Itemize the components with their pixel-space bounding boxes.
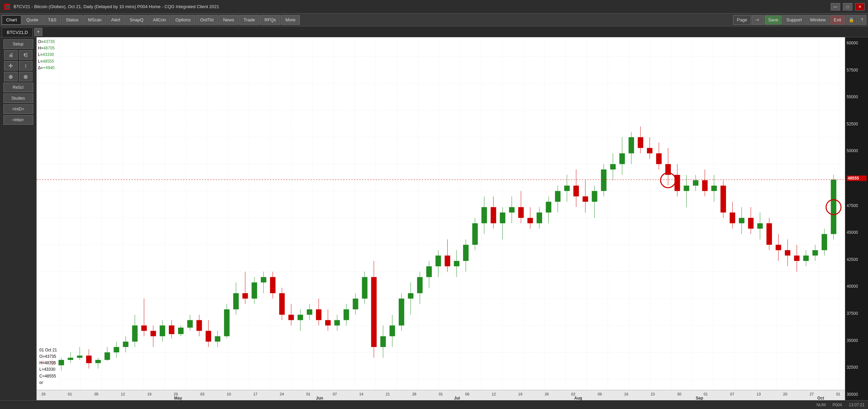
menu-support[interactable]: Support <box>783 15 806 25</box>
date-value: 01 Oct 21 <box>39 348 57 352</box>
low2-value: 48555 <box>43 59 54 64</box>
high-value-b: 48705 <box>45 361 56 365</box>
price-40000: 40000 <box>847 284 867 289</box>
title-text: BTCV21 - Bitcoin (Globex), Oct 21, Daily… <box>14 4 831 9</box>
arrow-button[interactable]: ↕ <box>19 61 33 70</box>
chart-area[interactable]: O=43735 H=48705 L=43330 L=48555 Δ=+4940 … <box>37 37 845 400</box>
or-text: or <box>39 380 43 385</box>
price-chart <box>37 37 845 400</box>
rescl-button[interactable]: ReScl <box>3 83 33 92</box>
menu-right: Page -+ Save Support Window Exit 🔒 ? <box>733 15 866 25</box>
menu-mscan[interactable]: MScan <box>83 15 106 25</box>
low-value: 43330 <box>43 52 54 57</box>
menu-bar: Chart Quote T&S Status MScan Alert SnapQ… <box>0 14 868 26</box>
price-50000: 50000 <box>847 148 867 153</box>
intd-button[interactable]: <IntD> <box>3 104 33 114</box>
price-32500: 32500 <box>847 365 867 370</box>
menu-snapq[interactable]: SnapQ <box>125 15 148 25</box>
menu-chart[interactable]: Chart <box>2 15 21 25</box>
menu-save[interactable]: Save <box>765 15 782 25</box>
price-52500: 52500 <box>847 122 867 126</box>
crosshair-button[interactable]: ✛ <box>4 61 18 70</box>
sidebar: Setup 🖨 €| ✛ ↕ ⊕ ⊗ ReScl Studies <IntD> … <box>0 37 37 400</box>
menu-ts[interactable]: T&S <box>43 15 61 25</box>
sidebar-icon-row-3: ⊕ ⊗ <box>3 72 33 81</box>
menu-rfqs[interactable]: RFQs <box>260 15 280 25</box>
price-37500: 37500 <box>847 311 867 316</box>
print-button[interactable]: 🖨 <box>4 50 18 60</box>
menu-status[interactable]: Status <box>62 15 83 25</box>
close-label-b: C= <box>39 374 45 379</box>
title-bar: ⬛ BTCV21 - Bitcoin (Globex), Oct 21, Dai… <box>0 0 868 14</box>
app-icon: ⬛ <box>3 3 11 11</box>
menu-news[interactable]: News <box>219 15 239 25</box>
sidebar-icon-row-1: 🖨 €| <box>3 50 33 60</box>
status-bar: NUM P004 13:07:21 <box>0 400 868 409</box>
open-label: O= <box>38 39 43 44</box>
price-35000: 35000 <box>847 338 867 343</box>
low-value-b: 43330 <box>44 367 55 372</box>
tab-btcv21[interactable]: BTCV21,D <box>2 27 33 37</box>
hist-button[interactable]: <Hist> <box>3 115 33 125</box>
low-label-b: L= <box>39 367 44 372</box>
draw1-button[interactable]: ⊕ <box>4 72 18 81</box>
menu-help[interactable]: ? <box>858 15 866 25</box>
main-content: Setup 🖨 €| ✛ ↕ ⊕ ⊗ ReScl Studies <IntD> … <box>0 37 868 400</box>
time-indicator: 13:07:21 <box>849 403 865 407</box>
price-57500: 57500 <box>847 68 867 73</box>
minimize-button[interactable]: — <box>831 3 840 11</box>
menu-zoom[interactable]: -+ <box>752 15 764 25</box>
menu-options[interactable]: Options <box>171 15 195 25</box>
menu-ordtkt[interactable]: OrdTkt <box>196 15 218 25</box>
setup-button[interactable]: Setup <box>3 39 33 49</box>
close-button[interactable]: ✕ <box>855 3 865 11</box>
price-60000: 60000 <box>847 41 867 45</box>
high-label-b: H= <box>39 361 45 365</box>
open-value-b: 43735 <box>45 354 56 359</box>
price-axis: 60000 57500 55000 52500 50000 48555 4750… <box>845 37 868 400</box>
price-45000: 45000 <box>847 230 867 235</box>
menu-more[interactable]: More <box>281 15 300 25</box>
price-42500: 42500 <box>847 257 867 262</box>
delta-label: Δ= <box>38 65 43 70</box>
menu-page[interactable]: Page <box>733 15 751 25</box>
draw2-button[interactable]: ⊗ <box>19 72 33 81</box>
tab-bar: BTCV21,D + <box>0 26 868 37</box>
menu-quote[interactable]: Quote <box>22 15 43 25</box>
price-47500: 47500 <box>847 203 867 208</box>
high-label: H= <box>38 46 43 50</box>
maximize-button[interactable]: □ <box>843 3 852 11</box>
studies-button[interactable]: Studies <box>3 94 33 103</box>
price-current: 48555 <box>847 176 867 181</box>
low2-label: L= <box>38 59 43 64</box>
menu-alert[interactable]: Alert <box>107 15 125 25</box>
sidebar-icon-row-2: ✛ ↕ <box>3 61 33 70</box>
num-indicator: NUM <box>816 403 826 407</box>
ohlc-info-top: O=43735 H=48705 L=43330 L=48555 Δ=+4940 <box>38 39 55 71</box>
price-55000: 55000 <box>847 95 867 99</box>
menu-trade[interactable]: Trade <box>239 15 259 25</box>
menu-lock[interactable]: 🔒 <box>846 15 857 25</box>
svg-text:⬛: ⬛ <box>5 5 9 9</box>
open-label-b: O= <box>39 354 45 359</box>
low-label: L= <box>38 52 43 57</box>
menu-exit[interactable]: Exit <box>830 15 845 25</box>
add-tab-button[interactable]: + <box>34 28 42 36</box>
tab-label: BTCV21,D <box>7 30 28 35</box>
delta-value: +4940 <box>43 65 55 70</box>
status-right: NUM P004 13:07:21 <box>816 403 865 407</box>
window-controls: — □ ✕ <box>831 3 865 11</box>
price-30000: 30000 <box>847 392 867 397</box>
ohlc-info-bottom: 01 Oct 21 O=43735 H=48705 L=43330 C=4855… <box>38 346 58 387</box>
open-value: 43735 <box>43 39 55 44</box>
close-value-b: 48555 <box>45 374 56 379</box>
menu-allcon[interactable]: AllCon <box>149 15 170 25</box>
menu-window[interactable]: Window <box>806 15 829 25</box>
currency-button[interactable]: €| <box>19 50 33 60</box>
high-value: 48705 <box>43 46 55 50</box>
page-indicator: P004 <box>832 403 842 407</box>
